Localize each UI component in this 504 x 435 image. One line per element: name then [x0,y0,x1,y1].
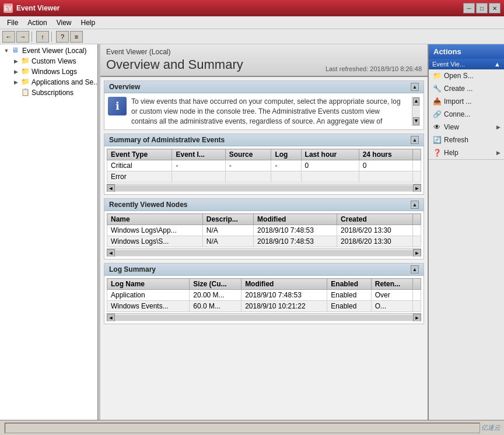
log-summary-header: Log Summary ▲ [104,264,424,276]
expand-apps-services[interactable]: ▶ [12,78,20,86]
scroll-left-log-btn[interactable]: ◄ [107,314,115,322]
scroll-up-btn[interactable]: ▲ [413,97,419,106]
action-create[interactable]: 🔧 Create ... [429,82,504,95]
scroll-left-btn[interactable]: ◄ [107,184,115,192]
scroll-left-recent-btn[interactable]: ◄ [107,249,115,257]
watermark: 亿速云 [481,423,501,432]
col-event-id: Event I... [172,149,225,160]
log-summary-collapse-btn[interactable]: ▲ [411,265,419,273]
up-button[interactable]: ↑ [36,31,49,43]
scroll-right-recent-btn[interactable]: ► [413,249,421,257]
scroll-down-btn[interactable]: ▼ [413,117,419,125]
cell-enabled-2: Enabled [327,301,371,312]
close-button[interactable]: ✕ [489,3,501,13]
col-modified: Modified [254,214,337,225]
tree-root: ▼ 🖥 Event Viewer (Local) ▶ 📁 Custom View… [0,44,97,99]
recent-nodes-collapse-btn[interactable]: ▲ [411,201,419,209]
action-open[interactable]: 📁 Open S... [429,69,504,82]
refresh-time: Last refreshed: 2018/9/10 8:26:48 [326,65,422,72]
cell-desc-1: N/A [202,225,253,236]
cell-scroll-l2 [413,301,421,312]
col-event-type: Event Type [107,149,172,160]
summary-title: Summary of Administrative Events [109,136,225,144]
toolbar-separator-2 [51,31,54,42]
h-scrollbar-log[interactable]: ◄ ► [107,313,421,321]
import-icon: 📥 [432,97,442,106]
cell-scroll-2 [413,171,421,183]
h-scrollbar-recent[interactable]: ◄ ► [107,248,421,257]
actions-section-arrow: ▲ [494,61,501,68]
summary-table-wrapper[interactable]: Event Type Event I... Source Log Last ho… [107,149,421,192]
cell-retention-1: Over [371,290,412,301]
action-import[interactable]: 📥 Import ... [429,95,504,108]
expand-windows-logs[interactable]: ▶ [12,68,20,76]
scroll-right-log-btn[interactable]: ► [413,314,421,322]
col-size: Size (Cu... [190,279,242,290]
table-row[interactable]: Windows Events... 60.0 M... 2018/9/10 10… [107,301,421,312]
action-create-label: Create ... [444,85,473,93]
connect-icon: 🔗 [432,110,442,119]
tree-item-root[interactable]: ▼ 🖥 Event Viewer (Local) [1,45,96,56]
cell-scroll [413,160,421,171]
menu-view[interactable]: View [52,17,76,28]
back-button[interactable]: ← [2,31,15,43]
forward-button[interactable]: → [16,31,29,43]
expand-custom-views[interactable]: ▶ [12,57,20,65]
overview-collapse-btn[interactable]: ▲ [411,83,419,91]
action-connect[interactable]: 🔗 Conne... [429,108,504,121]
menu-file[interactable]: File [2,17,23,28]
main-layout: ▼ 🖥 Event Viewer (Local) ▶ 📁 Custom View… [0,44,504,420]
minimize-button[interactable]: ─ [463,3,475,13]
log-summary-section: Log Summary ▲ Log Name Size (Cu... Modif… [104,263,424,324]
overview-title: Overview [109,83,140,91]
help-arrow: ▶ [496,150,501,156]
cell-name-2: Windows Logs\S... [107,236,203,247]
actions-section-main: Event Vie... ▲ 📁 Open S... 🔧 Create ... … [429,59,504,160]
table-row[interactable]: Application 20.00 M... 2018/9/10 7:48:53… [107,290,421,301]
page-title: Overview and Summary [106,57,243,72]
summary-section: Summary of Administrative Events ▲ Event… [104,134,424,195]
table-row[interactable]: Critical - - - 0 0 [107,160,421,171]
log-summary-title: Log Summary [109,265,156,273]
overview-icon: ℹ [108,97,127,115]
table-row[interactable]: Error [107,171,421,183]
overview-icon-symbol: ℹ [116,100,120,113]
tree-item-subscriptions[interactable]: 📋 Subscriptions [1,87,96,98]
left-panel-tree: ▼ 🖥 Event Viewer (Local) ▶ 📁 Custom View… [0,44,98,420]
tree-label-custom-views: Custom Views [32,57,76,65]
folder-icon-custom-views: 📁 [21,57,30,66]
actions-section-title: Event Vie... ▲ [429,59,504,69]
tree-item-windows-logs[interactable]: ▶ 📁 Windows Logs [1,66,96,77]
tree-item-apps-services[interactable]: ▶ 📁 Applications and Se... [1,77,96,87]
cell-24h-2 [359,171,412,183]
recent-nodes-section: Recently Viewed Nodes ▲ Name Descrip... … [104,198,424,259]
action-view[interactable]: 👁 View ▶ [429,121,504,134]
col-retention: Reten... [371,279,412,290]
table-row[interactable]: Windows Logs\App... N/A 2018/9/10 7:48:5… [107,225,421,236]
actions-section-label: Event Vie... [432,61,465,68]
help-button[interactable]: ? [56,31,69,43]
cell-log-modified-1: 2018/9/10 7:48:53 [242,290,327,301]
h-scrollbar[interactable]: ◄ ► [107,184,421,192]
action-refresh[interactable]: 🔄 Refresh [429,134,504,146]
maximize-button[interactable]: □ [476,3,488,13]
table-row[interactable]: Windows Logs\S... N/A 2018/9/10 7:48:53 … [107,236,421,247]
col-scroll [413,149,421,160]
recent-nodes-header: Recently Viewed Nodes ▲ [104,199,424,211]
recent-nodes-table: Name Descrip... Modified Created Windows… [107,213,421,247]
menu-help[interactable]: Help [76,17,100,28]
expand-root[interactable]: ▼ [2,47,10,55]
properties-button[interactable]: ≡ [70,31,83,43]
recent-nodes-table-wrapper[interactable]: Name Descrip... Modified Created Windows… [107,213,421,257]
window-controls: ─ □ ✕ [463,3,501,13]
cell-name-1: Windows Logs\App... [107,225,203,236]
scroll-right-btn[interactable]: ► [413,184,421,192]
tree-item-custom-views[interactable]: ▶ 📁 Custom Views [1,56,96,66]
summary-table: Event Type Event I... Source Log Last ho… [107,149,421,183]
summary-collapse-btn[interactable]: ▲ [411,136,419,144]
log-summary-table-wrapper[interactable]: Log Name Size (Cu... Modified Enabled Re… [107,278,421,321]
menu-action[interactable]: Action [23,17,51,28]
cell-modified-1: 2018/9/10 7:48:53 [254,225,337,236]
action-help[interactable]: ❓ Help ▶ [429,146,504,159]
folder-icon-windows-logs: 📁 [21,67,30,76]
